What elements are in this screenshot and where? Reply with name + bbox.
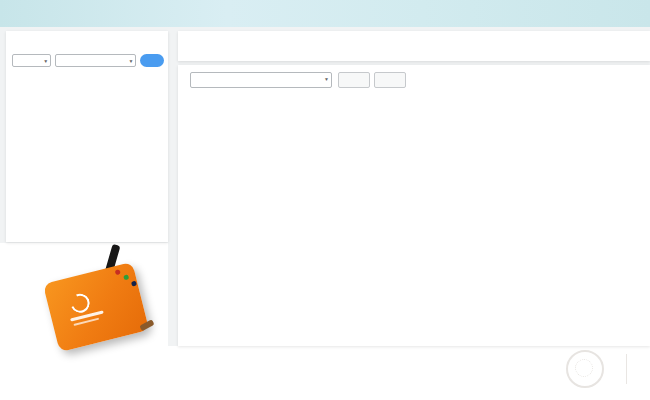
analysis-panel: ▼ [178, 65, 650, 346]
vendor-logo-icon [68, 291, 93, 316]
sidebar-panel: ▼ ▼ [6, 31, 168, 242]
app-window: ▼ ▼ ▼ [0, 0, 650, 400]
top-banner [0, 0, 650, 27]
timeseries-chart [228, 91, 644, 339]
chevron-down-icon: ▼ [43, 58, 48, 64]
device-table-header [6, 73, 168, 87]
sidebar-filters: ▼ ▼ [12, 54, 164, 69]
query-button[interactable] [140, 54, 164, 67]
tsinghua-seal-icon [566, 350, 604, 388]
device-photo [50, 250, 150, 350]
watermark [566, 350, 638, 388]
region-select[interactable]: ▼ [12, 54, 51, 67]
watermark-divider [626, 354, 627, 384]
site-select[interactable]: ▼ [55, 54, 136, 67]
next-week-button[interactable] [374, 72, 406, 88]
sensor-box [43, 262, 149, 352]
prev-week-button[interactable] [338, 72, 370, 88]
led-green [123, 274, 129, 280]
dataset-select[interactable]: ▼ [190, 72, 332, 88]
chevron-down-icon: ▼ [129, 58, 134, 64]
led-blue [131, 281, 137, 287]
chevron-down-icon: ▼ [324, 76, 329, 82]
led-red [115, 269, 121, 275]
tab-bar [178, 31, 650, 61]
bottom-background [0, 346, 650, 400]
